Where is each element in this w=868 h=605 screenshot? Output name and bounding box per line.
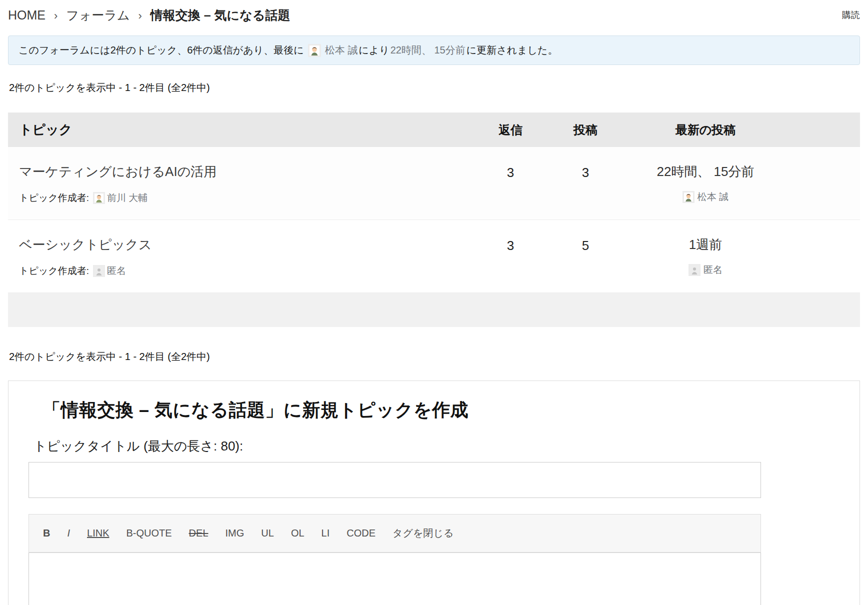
user-avatar-icon xyxy=(93,192,105,204)
replies-count: 3 xyxy=(473,236,548,254)
breadcrumb: HOME › フォーラム › 情報交換 – 気になる話題 xyxy=(8,7,290,24)
forum-notice: このフォーラムには2件のトピック、6件の返信があり、最後に 松本 誠 により 2… xyxy=(8,36,860,65)
notice-text-prefix: このフォーラムには2件のトピック、6件の返信があり、最後に xyxy=(18,44,304,57)
topic-content-textarea[interactable] xyxy=(28,552,761,605)
notice-freshness-link[interactable]: 22時間、 15分前 xyxy=(390,44,466,57)
topic-cell: ベーシックトピックス トピック作成者: 匿名 xyxy=(8,236,473,278)
subscribe-link[interactable]: 購読 xyxy=(842,9,860,21)
new-topic-form: 「情報交換 – 気になる話題」に新規トピックを作成 トピックタイトル (最大の長… xyxy=(8,380,860,605)
topic-author-link[interactable]: 匿名 xyxy=(107,264,126,278)
posts-count: 3 xyxy=(548,163,623,180)
pagination-top: 2件のトピックを表示中 - 1 - 2件目 (全2件中) xyxy=(9,81,859,94)
italic-button[interactable]: I xyxy=(64,526,73,540)
bold-button[interactable]: B xyxy=(40,526,53,540)
breadcrumb-separator: › xyxy=(138,10,142,22)
blockquote-button[interactable]: B-QUOTE xyxy=(123,526,174,540)
table-footer-band xyxy=(8,293,860,327)
freshness-cell: 1週前 匿名 xyxy=(623,236,788,276)
topic-title-link[interactable]: ベーシックトピックス xyxy=(19,236,152,254)
close-tags-button[interactable]: タグを閉じる xyxy=(390,526,456,541)
table-header-row: トピック 返信 投稿 最新の投稿 xyxy=(8,112,860,147)
delete-button[interactable]: DEL xyxy=(186,526,212,540)
freshness-author-line: 匿名 xyxy=(623,264,788,276)
anonymous-avatar-icon xyxy=(688,264,700,276)
table-row: マーケティングにおけるAIの活用 トピック作成者: 前川 大輔 3 3 22時間… xyxy=(8,147,860,220)
pagination-bottom: 2件のトピックを表示中 - 1 - 2件目 (全2件中) xyxy=(9,350,859,364)
code-button[interactable]: CODE xyxy=(344,526,378,540)
topic-title-label: トピックタイトル (最大の長さ: 80): xyxy=(34,438,840,455)
freshness-author-link[interactable]: 匿名 xyxy=(704,264,722,276)
notice-author-link[interactable]: 松本 誠 xyxy=(325,44,358,57)
notice-text-middle: により xyxy=(358,44,389,57)
topic-author-line: トピック作成者: 前川 大輔 xyxy=(19,192,473,204)
breadcrumb-home-link[interactable]: HOME xyxy=(8,8,46,22)
forum-page: HOME › フォーラム › 情報交換 – 気になる話題 購読 このフォーラムに… xyxy=(0,7,868,605)
topic-title-link[interactable]: マーケティングにおけるAIの活用 xyxy=(19,163,216,180)
topic-author-link[interactable]: 前川 大輔 xyxy=(107,192,148,204)
breadcrumb-current: 情報交換 – 気になる話題 xyxy=(150,8,290,22)
image-button[interactable]: IMG xyxy=(222,526,248,540)
topics-table: トピック 返信 投稿 最新の投稿 マーケティングにおけるAIの活用 トピック作成… xyxy=(8,112,860,327)
topic-author-label: トピック作成者: xyxy=(19,192,89,204)
notice-text-suffix: に更新されました。 xyxy=(466,44,558,57)
column-header-topic: トピック xyxy=(8,121,473,138)
topic-author-label: トピック作成者: xyxy=(19,264,89,278)
unordered-list-button[interactable]: UL xyxy=(258,526,277,540)
user-avatar-icon xyxy=(308,44,321,57)
freshness-author-line: 松本 誠 xyxy=(623,190,788,204)
freshness-author-link[interactable]: 松本 誠 xyxy=(698,190,728,204)
table-row: ベーシックトピックス トピック作成者: 匿名 3 5 1週前 匿名 xyxy=(8,220,860,293)
topic-author-line: トピック作成者: 匿名 xyxy=(19,264,473,278)
topic-title-input[interactable] xyxy=(28,462,761,498)
editor-toolbar: B I LINK B-QUOTE DEL IMG UL OL LI CODE タ… xyxy=(28,514,761,552)
column-header-freshness: 最新の投稿 xyxy=(623,122,788,138)
freshness-link[interactable]: 1週前 xyxy=(689,237,722,252)
freshness-link[interactable]: 22時間、 15分前 xyxy=(656,164,754,179)
posts-count: 5 xyxy=(548,236,623,254)
anonymous-avatar-icon xyxy=(93,265,105,277)
column-header-replies: 返信 xyxy=(473,122,548,138)
freshness-cell: 22時間、 15分前 松本 誠 xyxy=(623,163,788,204)
breadcrumb-forums-link[interactable]: フォーラム xyxy=(66,8,130,22)
form-title: 「情報交換 – 気になる話題」に新規トピックを作成 xyxy=(42,398,840,422)
topbar: HOME › フォーラム › 情報交換 – 気になる話題 購読 xyxy=(8,7,860,24)
topic-editor: B I LINK B-QUOTE DEL IMG UL OL LI CODE タ… xyxy=(28,514,761,605)
user-avatar-icon xyxy=(682,191,694,203)
column-header-posts: 投稿 xyxy=(548,122,623,138)
link-button[interactable]: LINK xyxy=(84,526,112,540)
ordered-list-button[interactable]: OL xyxy=(288,526,308,540)
replies-count: 3 xyxy=(473,163,548,180)
list-item-button[interactable]: LI xyxy=(318,526,333,540)
topic-cell: マーケティングにおけるAIの活用 トピック作成者: 前川 大輔 xyxy=(8,163,473,204)
breadcrumb-separator: › xyxy=(54,10,58,22)
